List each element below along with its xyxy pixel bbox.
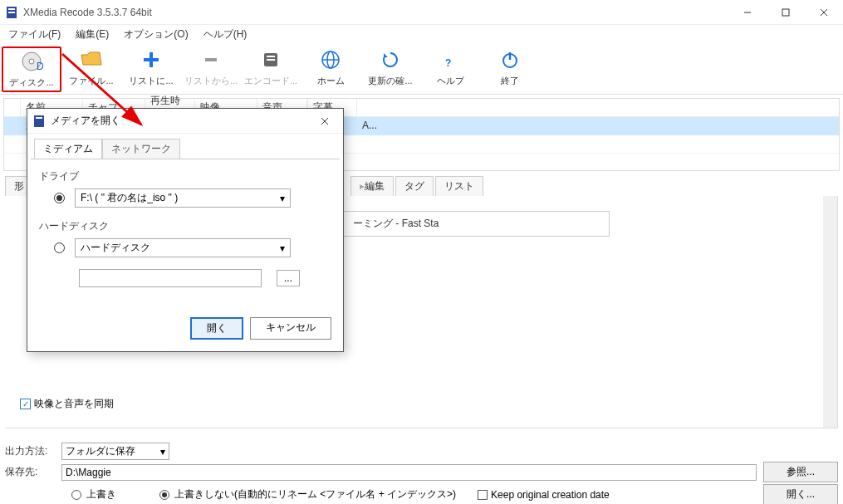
svg-rect-13	[267, 59, 275, 61]
toolbar-remove-button[interactable]: リストから...	[181, 46, 241, 92]
dialog-tab-medium[interactable]: ミディアム	[34, 139, 102, 159]
toolbar-help-label: ヘルプ	[437, 75, 464, 87]
dialog-close-button[interactable]	[306, 109, 343, 134]
tab-tag[interactable]: タグ	[395, 176, 434, 196]
plus-icon	[141, 48, 161, 71]
svg-text:?: ?	[445, 57, 451, 69]
hdd-select[interactable]: ハードディスク ▾	[75, 238, 291, 257]
hdd-browse-button[interactable]: ...	[277, 270, 300, 286]
svg-rect-21	[36, 117, 42, 119]
minus-icon	[203, 48, 219, 71]
output-method-label: 出力方法:	[5, 444, 55, 458]
browse-button[interactable]: 参照...	[763, 462, 838, 482]
scrollbar[interactable]	[823, 196, 837, 428]
menu-edit[interactable]: 編集(E)	[72, 26, 112, 43]
output-area: 出力方法: フォルダに保存 ▾ 保存先: 参照... 上書き 上書きしない(自動…	[0, 438, 843, 504]
sync-av-checkbox[interactable]: ✓ 映像と音声を同期	[20, 397, 114, 411]
svg-text:DVD: DVD	[37, 61, 43, 72]
toolbar-update-button[interactable]: 更新の確...	[360, 46, 420, 92]
toolbar-remove-label: リストから...	[184, 75, 238, 87]
app-icon	[32, 115, 46, 128]
keep-date-checkbox[interactable]: Keep original creation date	[478, 489, 610, 501]
toolbar: DVD ディスク... ファイル... リストに... リストから... エンコ…	[0, 43, 843, 95]
radio-hdd[interactable]	[54, 242, 65, 253]
overwrite-label: 上書き	[86, 487, 116, 502]
toolbar-encode-label: エンコード...	[244, 75, 297, 87]
svg-rect-1	[8, 8, 15, 10]
minimize-button[interactable]	[728, 0, 767, 25]
toolbar-disc-label: ディスク...	[9, 76, 53, 89]
encode-icon	[262, 48, 280, 71]
toolbar-file-label: ファイル...	[69, 75, 113, 87]
toolbar-file-button[interactable]: ファイル...	[61, 46, 121, 92]
chevron-down-icon: ▾	[280, 242, 285, 254]
svg-rect-12	[267, 56, 275, 57]
folder-icon	[80, 48, 103, 71]
power-icon	[500, 48, 520, 71]
dialog-titlebar: メディアを開く	[27, 109, 343, 134]
drive-select[interactable]: F:\ ( " 君の名は_iso " ) ▾	[75, 188, 291, 208]
toolbar-encode-button[interactable]: エンコード...	[241, 46, 301, 92]
app-icon	[5, 6, 18, 19]
open-media-dialog: メディアを開く ミディアム ネットワーク ドライブ F:\ ( " 君の名は_i…	[27, 108, 344, 352]
no-overwrite-label: 上書きしない(自動的にリネーム <ファイル名 + インデックス>)	[174, 487, 456, 502]
radio-overwrite[interactable]	[71, 490, 81, 500]
hdd-group-label: ハードディスク	[39, 219, 331, 233]
svg-rect-4	[782, 9, 789, 16]
toolbar-exit-label: 終了	[501, 75, 519, 87]
toolbar-exit-button[interactable]: 終了	[480, 46, 540, 92]
titlebar: XMedia Recode 3.5.3.7 64bit	[0, 0, 843, 25]
chevron-down-icon: ▾	[280, 193, 285, 204]
globe-icon	[321, 48, 341, 71]
menu-file[interactable]: ファイル(F)	[5, 26, 64, 43]
svg-rect-10	[205, 58, 217, 61]
toolbar-help-button[interactable]: ? ヘルプ	[420, 46, 480, 92]
radio-no-overwrite[interactable]	[159, 490, 169, 500]
stream-text: ーミング - Fast Sta	[353, 218, 439, 229]
tab-edit[interactable]: ▸編集	[350, 176, 394, 196]
sync-label: 映像と音声を同期	[34, 397, 114, 411]
checkbox-icon	[478, 490, 488, 500]
hdd-path-input[interactable]	[79, 269, 262, 287]
col-checkbox[interactable]	[4, 99, 21, 116]
app-title: XMedia Recode 3.5.3.7 64bit	[23, 7, 152, 18]
toolbar-add-label: リストに...	[129, 75, 173, 87]
disc-icon: DVD	[20, 50, 43, 73]
drive-group-label: ドライブ	[39, 169, 331, 183]
dialog-tab-network[interactable]: ネットワーク	[102, 139, 180, 159]
dialog-cancel-button[interactable]: キャンセル	[250, 317, 331, 340]
output-method-select[interactable]: フォルダに保存 ▾	[61, 443, 169, 460]
chevron-down-icon: ▾	[160, 446, 165, 458]
refresh-icon	[380, 48, 400, 71]
toolbar-home-label: ホーム	[317, 75, 345, 87]
maximize-button[interactable]	[767, 0, 805, 25]
svg-point-8	[29, 59, 34, 64]
menu-help[interactable]: ヘルプ(H)	[200, 26, 251, 43]
output-dest-label: 保存先:	[5, 465, 55, 479]
tab-list[interactable]: リスト	[435, 176, 483, 196]
toolbar-add-button[interactable]: リストに...	[121, 46, 181, 92]
svg-rect-2	[8, 12, 15, 13]
menubar: ファイル(F) 編集(E) オプション(O) ヘルプ(H)	[0, 25, 843, 43]
toolbar-update-label: 更新の確...	[368, 75, 412, 87]
menu-options[interactable]: オプション(O)	[120, 26, 191, 43]
cell-video: A...	[357, 117, 382, 135]
radio-drive[interactable]	[54, 193, 65, 203]
help-icon: ?	[440, 48, 460, 71]
toolbar-home-button[interactable]: ホーム	[301, 46, 360, 92]
dialog-title: メディアを開く	[51, 114, 120, 128]
open-folder-button[interactable]: 開く...	[763, 484, 838, 504]
output-dest-input[interactable]	[61, 464, 757, 481]
close-button[interactable]	[805, 0, 843, 25]
dialog-open-button[interactable]: 開く	[190, 317, 243, 340]
checkbox-icon: ✓	[20, 399, 31, 409]
toolbar-disc-button[interactable]: DVD ディスク...	[2, 46, 61, 92]
